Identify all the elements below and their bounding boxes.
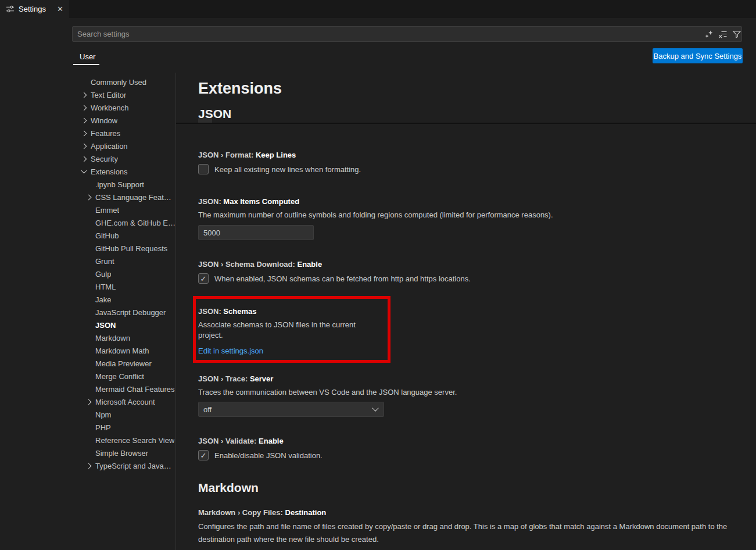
setting-name: Schemas — [223, 307, 256, 316]
checkmark-icon: ✓ — [200, 451, 207, 460]
toc-item[interactable]: Markdown Math — [0, 344, 175, 357]
toc-item[interactable]: GitHub — [0, 229, 175, 242]
clear-search-icon[interactable] — [718, 29, 728, 39]
toc-item-label: JavaScript Debugger — [95, 308, 166, 317]
editor-tab-bar: Settings ✕ — [0, 0, 756, 18]
validate-enable-checkbox[interactable]: ✓ — [198, 450, 209, 460]
tab-user-scope[interactable]: User — [80, 52, 95, 61]
setting-json-validate-enable: JSON › Validate: Enable ✓ Enable/disable… — [198, 436, 733, 460]
toc-item-label: Reference Search View — [95, 436, 174, 445]
search-input[interactable] — [72, 26, 742, 42]
toc-item-label: Application — [91, 142, 128, 151]
setting-description: Enable/disable JSON validation. — [214, 451, 323, 460]
toc-item[interactable]: Grunt — [0, 255, 175, 267]
toc-item-label: Extensions — [91, 167, 128, 176]
user-scope-underline — [73, 64, 99, 65]
toc-item[interactable]: Simple Browser — [0, 447, 175, 459]
toc-item[interactable]: Application — [0, 140, 175, 152]
keep-lines-checkbox[interactable] — [198, 164, 209, 174]
toc-item[interactable]: Npm — [0, 408, 175, 421]
chevron-down-icon — [372, 405, 378, 411]
chevron-right-icon — [81, 156, 87, 162]
toc-item[interactable]: CSS Language Features — [0, 191, 175, 203]
sparkle-icon[interactable] — [704, 29, 714, 39]
setting-json-max-items-computed: JSON: Max Items Computed The maximum num… — [198, 197, 733, 240]
settings-tab[interactable]: Settings ✕ — [0, 0, 69, 18]
toc-item-label: Commonly Used — [91, 78, 146, 87]
toc-item[interactable]: GitHub Pull Requests — [0, 242, 175, 255]
toc-item-label: Emmet — [95, 206, 119, 215]
toc-item[interactable]: JavaScript Debugger — [0, 306, 175, 319]
setting-title: JSON: Max Items Computed — [198, 197, 733, 207]
toc-item[interactable]: Emmet — [0, 203, 175, 216]
toc-item[interactable]: Merge Conflict — [0, 370, 175, 383]
max-items-computed-input[interactable] — [198, 225, 314, 240]
edit-in-settings-json-link[interactable]: Edit in settings.json — [198, 346, 263, 356]
toc-item[interactable]: Reference Search View — [0, 434, 175, 447]
search-toolbar — [704, 29, 741, 39]
toc-item-label: Markdown Math — [95, 347, 149, 355]
setting-name: Keep Lines — [256, 151, 296, 159]
checkmark-icon: ✓ — [200, 274, 207, 283]
toc-item[interactable]: Workbench — [0, 101, 175, 114]
toc-item[interactable]: Extensions — [0, 165, 175, 178]
section-heading-markdown: Markdown — [198, 480, 733, 496]
toc-item[interactable]: Markdown — [0, 331, 175, 344]
toc-item[interactable]: Jake — [0, 293, 175, 306]
setting-prefix: JSON › Format: — [198, 151, 256, 159]
setting-description: Keep all existing new lines when formatt… — [214, 165, 361, 174]
setting-name: Enable — [259, 437, 284, 445]
setting-title: JSON: Schemas — [198, 306, 382, 317]
vscode-settings-window: Settings ✕ User Backup and Sync Settings — [0, 0, 756, 550]
setting-title: JSON › Trace: Server — [198, 374, 733, 384]
settings-body: Extensions JSON JSON › Format: Keep Line… — [198, 76, 733, 550]
toc-resize-sash[interactable] — [175, 73, 176, 550]
toc-item[interactable]: JSON — [0, 319, 175, 331]
toc-item[interactable]: Mermaid Chat Features — [0, 383, 175, 395]
toc-item[interactable]: Security — [0, 152, 175, 165]
toc-item-label: GitHub Pull Requests — [95, 244, 167, 253]
setting-title: JSON › Format: Keep Lines — [198, 150, 733, 160]
setting-prefix: JSON › Trace: — [198, 374, 250, 383]
toc-item[interactable]: Window — [0, 114, 175, 127]
setting-title: Markdown › Copy Files: Destination — [198, 508, 733, 518]
toc-item[interactable]: Gulp — [0, 267, 175, 280]
setting-name: Enable — [297, 260, 322, 269]
chevron-right-icon — [86, 399, 92, 405]
setting-description: Configures the path and file name of fil… — [198, 520, 733, 546]
chevron-right-icon — [81, 143, 87, 149]
settings-toc: Commonly Used Text Editor Workbench Wind… — [0, 76, 175, 472]
toc-item[interactable]: Commonly Used — [0, 76, 175, 88]
toc-item[interactable]: Microsoft Account — [0, 395, 175, 408]
setting-prefix: JSON › Validate: — [198, 437, 259, 445]
toc-item-label: Npm — [95, 410, 111, 419]
toc-item-label: PHP — [95, 423, 111, 432]
toc-item-label: Mermaid Chat Features — [95, 385, 175, 394]
setting-description: When enabled, JSON schemas can be fetche… — [214, 274, 471, 283]
schema-download-checkbox[interactable]: ✓ — [198, 273, 209, 284]
trace-server-select[interactable]: off — [198, 402, 384, 417]
toc-item[interactable]: TypeScript and JavaSc... — [0, 459, 175, 472]
close-icon[interactable]: ✕ — [57, 5, 63, 13]
toc-item[interactable]: PHP — [0, 421, 175, 434]
toc-item-label: Grunt — [95, 257, 114, 266]
backup-and-sync-button[interactable]: Backup and Sync Settings — [653, 48, 743, 63]
toc-item[interactable]: GHE.com & GitHub En... — [0, 216, 175, 229]
toc-item-label: Window — [91, 116, 117, 125]
setting-name: Max Items Computed — [223, 197, 299, 206]
chevron-right-icon — [86, 463, 92, 469]
setting-json-schema-download-enable: JSON › Schema Download: Enable ✓ When en… — [198, 259, 733, 284]
toc-item[interactable]: Features — [0, 127, 175, 140]
toc-item[interactable]: Media Previewer — [0, 357, 175, 370]
setting-markdown-copy-files-destination: Markdown › Copy Files: Destination Confi… — [198, 508, 733, 550]
section-heading-json: JSON — [198, 106, 733, 122]
toc-item[interactable]: HTML — [0, 280, 175, 293]
filter-funnel-icon[interactable] — [732, 29, 741, 39]
setting-title: JSON › Schema Download: Enable — [198, 259, 733, 270]
toc-item[interactable]: .ipynb Support — [0, 178, 175, 191]
toc-item[interactable]: Text Editor — [0, 88, 175, 101]
setting-json-trace-server: JSON › Trace: Server Traces the communic… — [198, 374, 733, 417]
toc-item-label: Markdown — [95, 334, 130, 342]
toc-item-label: Workbench — [91, 103, 129, 112]
setting-json-schemas-highlighted: JSON: Schemas Associate schemas to JSON … — [193, 296, 390, 363]
